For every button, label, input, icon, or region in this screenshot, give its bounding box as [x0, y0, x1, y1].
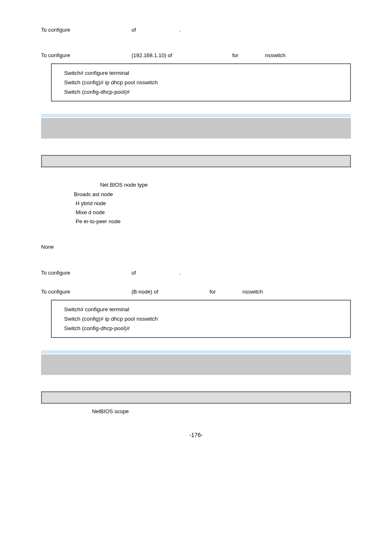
config-line-2: To configure (192.168.1.10) of for nsswi…	[41, 52, 351, 59]
code-block-1: Switch# configure terminal Switch (confi…	[51, 63, 351, 102]
code-line: Switch (config)# ip dhcp pool nsswitch	[64, 78, 338, 87]
code-line: Switch (config)# ip dhcp pool nsswitch	[64, 314, 338, 324]
text: To configure	[41, 52, 131, 59]
syntax-box-1	[41, 155, 351, 167]
text: nsswitch	[265, 52, 286, 59]
node-broadcast: Broadc ast node	[41, 191, 351, 198]
text: .	[179, 269, 181, 277]
code-line: Switch# configure terminal	[64, 305, 338, 314]
text: for	[210, 288, 242, 296]
code-line: Switch (config-dhcp-pool)#	[64, 324, 338, 333]
page-number: -176-	[41, 432, 351, 438]
text: Net BIOS node type	[100, 182, 148, 188]
code-line: Switch# configure terminal	[64, 68, 338, 78]
text: of	[131, 269, 179, 277]
text: of	[131, 26, 179, 34]
syntax-box-2	[41, 391, 351, 404]
text: To configure	[41, 288, 131, 296]
node-hybrid: H ybrid node	[41, 200, 351, 207]
text: (B-node) of	[131, 288, 210, 296]
node-peer: Pe er-to-peer node	[41, 218, 351, 225]
code-block-2: Switch# configure terminal Switch (confi…	[51, 300, 351, 338]
text: for	[232, 52, 265, 59]
code-line: Switch (config-dhcp-pool)#	[64, 87, 338, 97]
text: To configure	[41, 269, 131, 277]
text: (192.168.1.10) of	[131, 52, 232, 59]
node-mixed: Mixe d node	[41, 209, 351, 216]
text: To configure	[41, 26, 131, 34]
node-type-label: Net BIOS node type	[41, 181, 351, 189]
none-text: None	[41, 243, 351, 251]
config-line-1: To configure of .	[41, 26, 351, 34]
config-line-4: To configure (B-node) of for nsswitch	[41, 288, 351, 296]
scope-label: NetBIOS scope	[92, 408, 129, 414]
scope-label-row: NetBIOS scope	[41, 408, 351, 415]
section-header-2	[41, 354, 351, 375]
text: nsswitch	[242, 288, 263, 296]
config-line-3: To configure of .	[41, 269, 351, 277]
text: .	[179, 26, 181, 34]
section-header-1	[41, 118, 351, 139]
